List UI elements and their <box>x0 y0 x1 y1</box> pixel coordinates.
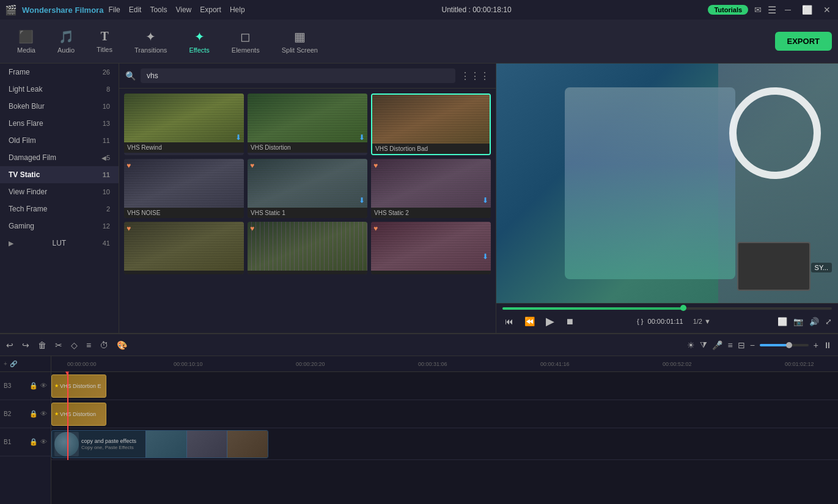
step-back-button[interactable]: ⏪ <box>522 315 537 327</box>
play-mode-chevron: ▼ <box>704 318 711 325</box>
effect-card-vhs-distortion-bad[interactable]: VHS Distortion Bad <box>371 93 491 155</box>
download-icon-vhs-static-2: ⬇ <box>482 196 488 205</box>
titles-icon: T <box>100 29 108 43</box>
sidebar-item-bokeh-blur[interactable]: Bokeh Blur 10 <box>0 98 119 115</box>
timeline-toolbar: ↩ ↪ 🗑 ✂ ◇ ≡ ⏱ 🎨 ☀ ⧩ 🎤 ≡ ⊟ − + ⏸ <box>0 334 838 356</box>
skip-back-button[interactable]: ⏮ <box>502 315 516 327</box>
search-input[interactable] <box>141 68 455 83</box>
keyframe-button[interactable]: ◇ <box>71 340 78 350</box>
zoom-slider[interactable] <box>760 344 809 346</box>
heart-icon-row3-1: ♥ <box>127 224 131 233</box>
lock-icon-b3[interactable]: 🔒 <box>29 382 38 390</box>
track-b1-id: B1 <box>4 439 11 445</box>
clip-vhs-distortion-e[interactable]: ★ VHS Distortion E <box>51 374 106 398</box>
eye-icon-b1[interactable]: 👁 <box>40 438 47 446</box>
link-icon[interactable]: 🔗 <box>10 360 17 367</box>
sidebar-item-damaged-film[interactable]: Damaged Film 5 ◀ <box>0 149 119 166</box>
sidebar-item-frame[interactable]: Frame 26 <box>0 64 119 81</box>
effect-card-vhs-rewind[interactable]: VHS Rewind ⬇ <box>124 93 244 155</box>
color-button[interactable]: 🎨 <box>117 340 127 350</box>
play-mode-selector[interactable]: 1/2 ▼ <box>693 318 711 325</box>
zoom-in-icon[interactable]: + <box>814 340 818 350</box>
crop-icon[interactable]: ⊟ <box>738 340 745 350</box>
toolbar-transitions[interactable]: ✦ Transitions <box>123 26 178 57</box>
effect-card-vhs-static-1[interactable]: VHS Static 1 ♥ ⬇ <box>248 159 367 218</box>
sidebar-lut-count: 41 <box>103 239 110 247</box>
effect-card-vhs-noise[interactable]: VHS NOISE ♥ <box>124 159 244 218</box>
toolbar-split-screen[interactable]: ▦ Split Screen <box>271 26 329 57</box>
effects-icon: ✦ <box>194 29 205 44</box>
zoom-out-icon[interactable]: − <box>750 340 755 350</box>
sidebar-item-light-leak[interactable]: Light Leak 8 <box>0 81 119 98</box>
scene-detect-icon[interactable]: ☀ <box>687 340 695 350</box>
pause-resume-icon[interactable]: ⏸ <box>823 340 832 350</box>
toolbar-audio[interactable]: 🎵 Audio <box>46 26 86 57</box>
progress-handle[interactable] <box>680 305 686 311</box>
tracks-area: ★ VHS Distortion E ★ VHS Distortion <box>51 372 838 460</box>
sidebar-item-tv-static[interactable]: TV Static 11 <box>0 166 119 183</box>
play-button[interactable]: ▶ <box>543 313 557 329</box>
track-add-button[interactable]: + <box>4 360 7 367</box>
titlebar-right: Tutorials ✉ ☰ ─ ⬜ ✕ <box>708 4 833 16</box>
sidebar-item-tech-frame[interactable]: Tech Frame 2 <box>0 200 119 217</box>
fullscreen-icon[interactable]: ⬜ <box>777 317 787 326</box>
settings-icon[interactable]: ⤢ <box>825 317 832 326</box>
progress-bar[interactable] <box>502 307 832 310</box>
audio-track-icon[interactable]: 🎤 <box>712 340 722 350</box>
clip-mark-icon[interactable]: ⧩ <box>700 340 707 350</box>
timeline-content: + 🔗 B3 🔒 👁 B2 🔒 👁 B1 🔒 <box>0 356 838 504</box>
redo-button[interactable]: ↪ <box>22 340 29 350</box>
tutorials-button[interactable]: Tutorials <box>708 5 748 15</box>
effect-label-vhs-distortion-bad: VHS Distortion Bad <box>372 144 490 154</box>
eye-icon-b2[interactable]: 👁 <box>40 410 47 418</box>
more-options-icon[interactable]: ⋮⋮⋮ <box>460 70 490 82</box>
effect-card-vhs-distortion[interactable]: VHS Distortion ⬇ <box>248 93 367 155</box>
toolbar-titles[interactable]: T Titles <box>86 26 123 57</box>
playhead[interactable] <box>67 372 68 460</box>
sidebar-item-lut[interactable]: ▶ LUT 41 <box>0 235 119 252</box>
export-button[interactable]: EXPORT <box>775 32 832 51</box>
download-icon-vhs-static-1: ⬇ <box>359 196 365 205</box>
clip-vhs-distortion[interactable]: ★ VHS Distortion <box>51 403 106 426</box>
minimize-button[interactable]: ─ <box>782 5 793 15</box>
effect-card-vhs-static-2[interactable]: VHS Static 2 ♥ ⬇ <box>371 159 491 218</box>
menu-icon[interactable]: ☰ <box>768 4 776 16</box>
close-button[interactable]: ✕ <box>821 5 833 15</box>
volume-icon[interactable]: 🔊 <box>809 317 819 326</box>
maximize-button[interactable]: ⬜ <box>799 5 815 15</box>
menu-export[interactable]: Export <box>200 5 221 14</box>
sidebar-item-gaming[interactable]: Gaming 12 <box>0 217 119 235</box>
transitions-icon: ✦ <box>145 29 156 44</box>
speed-button[interactable]: ⏱ <box>100 340 108 350</box>
clip-text: copy and paste effects Copy one, Paste E… <box>81 438 136 450</box>
lock-icon-b2[interactable]: 🔒 <box>29 410 38 418</box>
lock-icon-b1[interactable]: 🔒 <box>29 438 38 446</box>
delete-button[interactable]: 🗑 <box>38 340 46 350</box>
audio-mixer-button[interactable]: ≡ <box>86 340 91 350</box>
collapse-icon: ◀ <box>101 155 106 161</box>
toolbar-effects[interactable]: ✦ Effects <box>178 26 220 57</box>
sidebar-item-old-film[interactable]: Old Film 11 <box>0 132 119 149</box>
toolbar-media[interactable]: ⬛ Media <box>6 26 46 57</box>
menu-tools[interactable]: Tools <box>150 5 167 14</box>
sidebar-item-view-finder[interactable]: View Finder 10 <box>0 183 119 200</box>
zoom-handle[interactable] <box>786 342 792 348</box>
time-range-end: } <box>641 318 644 325</box>
mail-icon[interactable]: ✉ <box>754 5 762 15</box>
effect-card-row3-2[interactable]: ♥ <box>248 222 367 274</box>
sidebar-item-lens-flare[interactable]: Lens Flare 13 <box>0 115 119 132</box>
cut-button[interactable]: ✂ <box>55 340 62 350</box>
menu-edit[interactable]: Edit <box>129 5 142 14</box>
clip-copy-paste[interactable]: copy and paste effects Copy one, Paste E… <box>51 430 268 458</box>
toolbar-elements[interactable]: ◻ Elements <box>221 26 271 57</box>
menu-view[interactable]: View <box>175 5 191 14</box>
menu-help[interactable]: Help <box>230 5 245 14</box>
eye-icon-b3[interactable]: 👁 <box>40 382 47 390</box>
effect-card-row3-1[interactable]: ♥ <box>124 222 244 274</box>
menu-file[interactable]: File <box>108 5 120 14</box>
effect-card-row3-3[interactable]: ♥ ⬇ <box>371 222 491 274</box>
subtitle-icon[interactable]: ≡ <box>727 340 732 350</box>
screenshot-icon[interactable]: 📷 <box>793 317 803 326</box>
stop-button[interactable]: ⏹ <box>563 315 576 327</box>
undo-button[interactable]: ↩ <box>6 340 13 350</box>
